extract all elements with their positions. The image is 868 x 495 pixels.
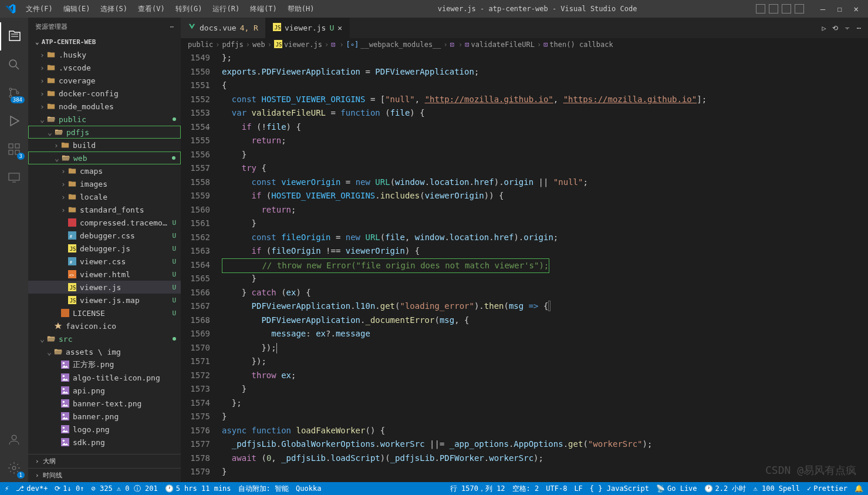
search-icon[interactable] (0, 50, 28, 79)
menu-item[interactable]: 运行(R) (208, 2, 244, 16)
tree-item[interactable]: LICENSEU (28, 307, 181, 319)
breadcrumb-item[interactable]: pdfjs (222, 41, 244, 49)
code-line[interactable]: const HOSTED_VIEWER_ORIGINS = ["null", "… (222, 93, 850, 107)
auto-attach[interactable]: 自动附加: 智能 (238, 484, 289, 494)
fold-icon[interactable]: ⌄ (205, 299, 209, 314)
outline-section[interactable]: › 大纲 (28, 454, 181, 468)
breadcrumb-item[interactable]: web (252, 41, 265, 49)
tree-item[interactable]: logo.png (28, 423, 181, 436)
tree-item[interactable]: ›coverage (28, 74, 181, 87)
tree-item[interactable]: 正方形.png (28, 358, 181, 371)
breadcrumb-item[interactable]: ⊡ (331, 41, 337, 49)
code-line[interactable]: try { (222, 161, 850, 176)
project-header[interactable]: ⌄ ATP-CENTER-WEB (28, 36, 181, 48)
tree-item[interactable]: #viewer.cssU (28, 255, 181, 268)
code-line[interactable]: } (222, 272, 850, 286)
code-line[interactable]: _pdfjsLib.GlobalWorkerOptions.workerSrc … (222, 437, 850, 452)
minimize-icon[interactable]: — (816, 2, 830, 16)
settings-gear-icon[interactable]: 1 (0, 454, 28, 482)
tree-item[interactable]: ⌄web (28, 151, 181, 164)
tree-item[interactable]: ⌄src (28, 332, 181, 345)
tree-item[interactable]: <>viewer.htmlU (28, 268, 181, 281)
tree-item[interactable]: compressed.tracemonkey...U (28, 216, 181, 229)
tree-item[interactable]: api.png (28, 384, 181, 397)
code-line[interactable]: exports.PDFViewerApplication = PDFViewer… (222, 65, 850, 79)
breadcrumb-item[interactable]: ⊡validateFileURL (465, 41, 535, 49)
menu-item[interactable]: 编辑(E) (59, 2, 95, 16)
explorer-icon[interactable] (0, 22, 28, 50)
fold-icon[interactable]: ⌄ (205, 161, 209, 176)
code-line[interactable]: }; (222, 396, 850, 410)
encoding[interactable]: UTF-8 (546, 484, 567, 493)
code-line[interactable]: const fileOrigin = new URL(file, window.… (222, 231, 850, 245)
editor-tab[interactable]: docs.vue4, R (181, 18, 266, 38)
tree-item[interactable]: ⌄public (28, 113, 181, 126)
tree-item[interactable]: ›locale (28, 190, 181, 203)
tree-item[interactable]: ›.husky (28, 48, 181, 61)
fold-icon[interactable]: ⌄ (205, 106, 209, 120)
split-editor-icon[interactable]: ⫟ (844, 24, 851, 32)
timeline-section[interactable]: › 时间线 (28, 468, 181, 482)
code-line[interactable]: } (222, 148, 850, 162)
tree-item[interactable]: ›.vscode (28, 61, 181, 74)
code-content[interactable]: };exports.PDFViewerApplication = PDFView… (222, 51, 850, 482)
extensions-icon[interactable]: 3 (0, 135, 28, 163)
fold-icon[interactable]: ⌄ (205, 79, 209, 93)
code-line[interactable]: throw ex; (222, 369, 850, 383)
tree-item[interactable]: #debugger.cssU (28, 229, 181, 242)
fold-icon[interactable]: ⌄ (205, 286, 209, 300)
layout-panel-right-icon[interactable] (782, 4, 791, 14)
go-live[interactable]: 📡 Go Live (656, 484, 697, 493)
fold-icon[interactable]: ⌄ (205, 424, 209, 438)
menu-item[interactable]: 选择(S) (96, 2, 132, 16)
problems[interactable]: ⊘ 325 ⚠ 0 ⓘ 201 (91, 484, 157, 494)
eol[interactable]: LF (574, 484, 582, 493)
run-debug-icon[interactable] (0, 107, 28, 135)
tree-item[interactable]: JSviewer.js.mapU (28, 294, 181, 307)
diff-icon[interactable]: ⟲ (832, 24, 838, 32)
breadcrumb-item[interactable]: ⊡then() callback (543, 41, 613, 49)
code-line[interactable]: if (fileOrigin !== viewerOrigin) { (222, 244, 850, 258)
code-line[interactable]: PDFViewerApplication._documentError(msg,… (222, 314, 850, 328)
tree-item[interactable]: ›node_modules (28, 100, 181, 113)
tree-item[interactable]: banner.png (28, 410, 181, 423)
code-line[interactable]: const viewerOrigin = new URL(window.loca… (222, 176, 850, 190)
tree-item[interactable]: ⌄assets \ img (28, 345, 181, 358)
tree-item[interactable]: JSviewer.jsU (28, 281, 181, 294)
tree-item[interactable]: favicon.ico (28, 319, 181, 332)
fold-icon[interactable]: ⌄ (205, 314, 209, 328)
remote-indicator[interactable]: ⚡ (5, 484, 9, 493)
git-sync[interactable]: ⟳ 1↓ 0↑ (55, 484, 84, 493)
breadcrumb-item[interactable]: [∘]__webpack_modules__ (346, 41, 441, 49)
run-icon[interactable]: ▷ (822, 24, 826, 32)
layout-panel-bottom-icon[interactable] (769, 4, 778, 14)
cursor-position[interactable]: 行 1570，列 12 (450, 484, 505, 494)
file-tree[interactable]: ›.husky›.vscode›coverage›docker-config›n… (28, 48, 181, 454)
breadcrumb-item[interactable]: ⊡ (450, 41, 456, 49)
source-control-icon[interactable]: 384 (0, 79, 28, 107)
more-actions-icon[interactable]: ⋯ (170, 23, 174, 31)
notifications-icon[interactable]: 🔔 (855, 484, 863, 493)
code-line[interactable]: // throw new Error("file origin does not… (222, 258, 850, 272)
code-line[interactable]: PDFViewerApplication.l10n.get("loading_e… (222, 299, 850, 314)
breadcrumb[interactable]: public›pdfjs›web›JSviewer.js›⊡›[∘]__webp… (181, 38, 868, 51)
code-line[interactable]: } (222, 465, 850, 479)
layout-customize-icon[interactable] (795, 4, 804, 14)
fold-icon[interactable]: ⌄ (205, 244, 209, 258)
code-line[interactable]: { (222, 79, 850, 93)
close-icon[interactable]: ✕ (849, 2, 863, 16)
spell-check[interactable]: ⚠ 100 Spell (753, 484, 799, 493)
editor-tab[interactable]: JSviewer.jsU✕ (266, 18, 350, 38)
code-line[interactable]: } (222, 217, 850, 231)
code-line[interactable]: } catch (ex) { (222, 286, 850, 300)
quokka[interactable]: Quokka (296, 484, 321, 493)
language-mode[interactable]: { } JavaScript (590, 484, 649, 493)
tree-item[interactable]: ›build (28, 139, 181, 151)
remote-icon[interactable] (0, 163, 28, 191)
code-line[interactable]: await (0, _pdfjsLib.loadScript)(_pdfjsLi… (222, 452, 850, 466)
breadcrumb-item[interactable]: public (188, 41, 213, 49)
tree-item[interactable]: sdk.png (28, 436, 181, 449)
more-icon[interactable]: ⋯ (857, 24, 861, 32)
menu-item[interactable]: 查看(V) (133, 2, 170, 16)
code-line[interactable]: return; (222, 134, 850, 148)
